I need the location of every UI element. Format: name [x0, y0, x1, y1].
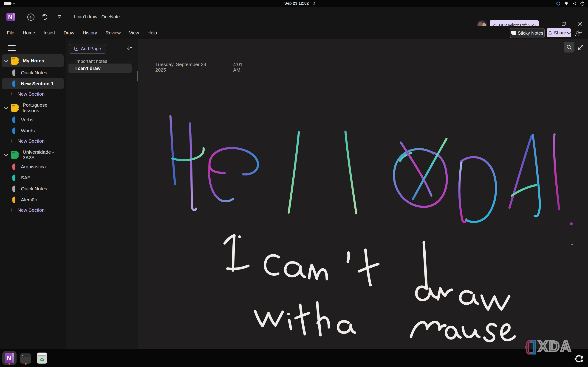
volume-icon — [572, 1, 577, 6]
add-section-label: New Section — [17, 91, 44, 97]
notebook-icon — [11, 57, 18, 65]
share-icon — [548, 30, 553, 35]
section-tab-icon — [12, 127, 15, 134]
add-section-button[interactable]: + New Section — [2, 136, 64, 146]
taskbar-trash-icon[interactable]: ♻ — [37, 352, 47, 364]
onenote-title-bar: N I can't draw - OneNote ◇ Buy Microsoft… — [0, 7, 588, 27]
section-quick-notes-2[interactable]: Quick Notes — [2, 183, 64, 194]
notebook-list: My Notes Quick Notes New Section 1 + New… — [2, 54, 64, 215]
menu-history[interactable]: History — [83, 30, 97, 35]
section-tab-icon — [12, 186, 15, 192]
plus-icon: + — [9, 207, 13, 213]
section-label: SAE — [21, 175, 31, 181]
menu-view[interactable]: View — [129, 30, 139, 35]
section-alemao[interactable]: Alemão — [2, 194, 64, 205]
divider — [2, 147, 63, 147]
menu-draw[interactable]: Draw — [64, 30, 74, 35]
section-tab-icon — [12, 117, 15, 123]
back-button[interactable] — [27, 13, 35, 21]
customize-toolbar-chevron-icon[interactable] — [57, 15, 62, 19]
page-title: Important notes — [75, 59, 107, 64]
section-tab-icon — [12, 81, 15, 87]
section-tab-icon — [12, 175, 15, 181]
ink-drawing-layer[interactable] — [138, 39, 588, 349]
chevron-down-icon[interactable] — [4, 58, 8, 62]
section-label: Verbs — [21, 117, 33, 123]
section-quick-notes[interactable]: Quick Notes — [2, 67, 64, 78]
compose-icon — [74, 46, 79, 51]
section-tab-icon — [12, 69, 15, 76]
chevron-down-icon — [567, 31, 571, 34]
pages-panel: Add Page Important notes I can't draw — [66, 39, 138, 349]
wifi-icon — [564, 1, 569, 6]
menu-insert[interactable]: Insert — [44, 30, 55, 35]
sticky-note-icon — [511, 31, 516, 35]
section-label: New Section 1 — [21, 81, 53, 86]
sort-pages-icon[interactable] — [126, 45, 133, 52]
notebook-icon — [11, 104, 18, 112]
page-canvas[interactable]: Tuesday, September 23, 2025 4:01 AM — [138, 39, 588, 349]
chevron-down-icon[interactable] — [4, 152, 8, 156]
menu-review[interactable]: Review — [106, 30, 121, 35]
ribbon-menu-bar: File Home Insert Draw History Review Vie… — [0, 26, 588, 40]
page-item-i-cant-draw[interactable]: I can't draw — [69, 64, 132, 73]
section-arquivistica[interactable]: Arquivística — [2, 161, 64, 172]
screen-record-icon — [556, 1, 561, 6]
notebook-label: My Notes — [23, 58, 44, 64]
plus-icon: + — [9, 91, 13, 97]
section-new-section-1[interactable]: New Section 1 — [2, 78, 64, 89]
section-label: Quick Notes — [21, 70, 47, 75]
hamburger-menu-icon[interactable] — [8, 45, 16, 51]
section-label: Words — [21, 128, 35, 133]
onenote-app-icon: N — [6, 13, 15, 21]
add-section-button[interactable]: + New Section — [2, 205, 64, 215]
add-section-button[interactable]: + New Section — [2, 89, 64, 99]
system-clock[interactable]: Sep 23 12:02 — [284, 0, 316, 7]
menu-help[interactable]: Help — [147, 30, 157, 35]
undo-button[interactable] — [40, 13, 49, 21]
terminal-running-dot — [25, 363, 27, 365]
system-top-bar: Sep 23 12:02 — [0, 0, 588, 7]
workspace-dot-indicator[interactable] — [13, 3, 15, 4]
section-label: Arquivística — [21, 164, 46, 169]
onenote-logo-letter: N — [8, 14, 12, 20]
notebook-label: Universidade - 3A2S — [23, 149, 62, 160]
menu-home[interactable]: Home — [23, 30, 35, 35]
page-title: I can't draw — [75, 66, 100, 71]
divider — [2, 100, 63, 100]
notebook-portuguese-lessons[interactable]: Portuguese lessons — [2, 101, 64, 114]
menu-file[interactable]: File — [7, 30, 14, 35]
taskbar-terminal-icon[interactable]: >_ — [20, 353, 31, 364]
workspace-pill-indicator[interactable] — [4, 2, 11, 5]
section-tab-icon — [12, 197, 15, 203]
power-icon — [580, 1, 585, 6]
notebooks-sidebar: My Notes Quick Notes New Section 1 + New… — [0, 39, 66, 349]
feedback-person-icon[interactable] — [574, 29, 583, 38]
system-tray[interactable] — [556, 0, 585, 7]
white-pen-strokes-i-cant-draw-with-a-mouse — [225, 235, 515, 341]
menu-items: File Home Insert Draw History Review Vie… — [7, 26, 157, 39]
galaxy-pen-strokes-hello-xda — [170, 116, 573, 245]
terminal-prompt-glyph: >_ — [20, 353, 31, 357]
section-words[interactable]: Words — [2, 125, 64, 136]
section-label: Alemão — [21, 197, 37, 202]
clock-label: Sep 23 12:02 — [284, 1, 309, 6]
chevron-down-icon[interactable] — [4, 106, 8, 109]
add-page-label: Add Page — [81, 46, 101, 51]
plus-icon: + — [9, 138, 13, 144]
window-title: I can't draw - OneNote — [74, 7, 120, 27]
notification-bell-icon — [312, 1, 316, 6]
notebook-my-notes[interactable]: My Notes — [2, 54, 64, 67]
sticky-notes-label: Sticky Notes — [518, 31, 543, 36]
onenote-running-dot — [9, 363, 10, 365]
pages-scrollbar-thumb[interactable] — [137, 71, 138, 81]
share-button[interactable]: Share — [547, 28, 571, 37]
sticky-notes-button[interactable]: Sticky Notes — [510, 28, 545, 38]
section-sae[interactable]: SAE — [2, 172, 64, 183]
add-page-button[interactable]: Add Page — [69, 44, 106, 54]
share-label: Share — [554, 30, 566, 35]
section-verbs[interactable]: Verbs — [2, 114, 64, 125]
onenote-logo-letter: N — [7, 354, 11, 362]
section-label: Quick Notes — [21, 186, 47, 192]
notebook-universidade-3a2s[interactable]: Universidade - 3A2S — [2, 148, 64, 161]
